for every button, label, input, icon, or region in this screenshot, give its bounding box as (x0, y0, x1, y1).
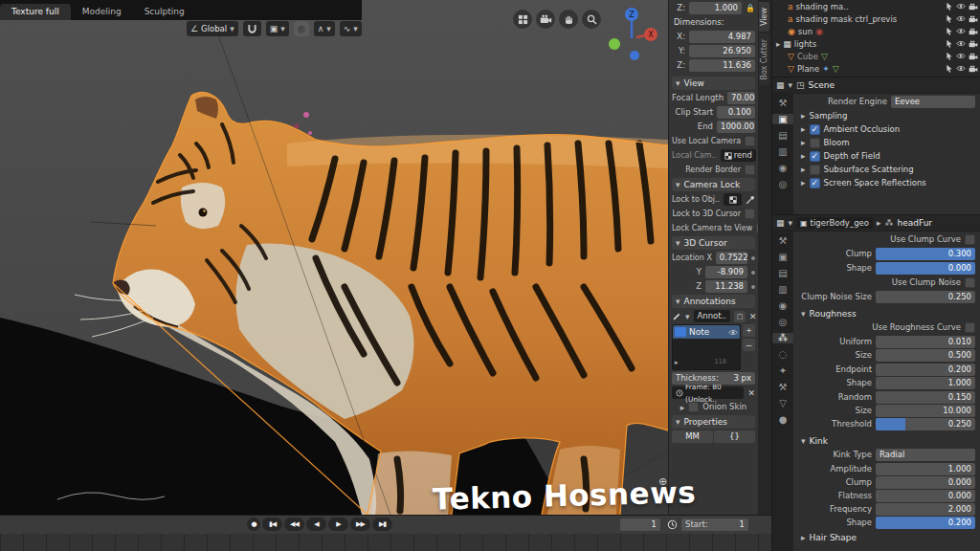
pan-view-button[interactable] (559, 10, 578, 29)
camera-view-button[interactable] (536, 10, 555, 29)
local-camera-field[interactable]: rend (721, 149, 756, 162)
workspace-tab-modeling[interactable]: Modeling (71, 4, 133, 20)
kink-shape-slider[interactable]: 0.200 (876, 517, 975, 529)
roughness-random-field[interactable]: 0.150 (876, 391, 975, 404)
duplicate-icon[interactable]: ▢ (734, 311, 746, 322)
physics-tab-icon[interactable]: ◌ (779, 349, 788, 360)
hair-shape-section-header[interactable]: Hair Shape (801, 533, 980, 542)
annotation-name-field[interactable]: Annot.. (694, 310, 731, 322)
kink-frequency-field[interactable]: 2.000 (876, 503, 975, 516)
frame-start-field[interactable]: Start:1 (681, 518, 748, 531)
outliner-row[interactable]: ▽ Plane ✦ ▽ (772, 62, 980, 75)
lock-to-object-field[interactable] (724, 193, 742, 206)
sidebar-tab-view[interactable]: View (759, 2, 769, 32)
selectable-icon[interactable] (946, 39, 953, 48)
animate-dot-icon[interactable] (751, 256, 755, 260)
editor-type-icon[interactable]: ▦ (776, 218, 785, 228)
close-icon[interactable]: ✕ (747, 388, 755, 398)
remove-layer-button[interactable]: − (743, 339, 755, 351)
outliner-row[interactable]: ◉ sun ◉ (772, 25, 980, 37)
snap-target-dropdown[interactable]: ▣ (266, 21, 289, 36)
particles-tab-icon[interactable]: ⁂ (772, 333, 793, 343)
eye-icon[interactable] (956, 3, 966, 10)
roughness-uniform-field[interactable]: 0.010 (876, 336, 975, 348)
editor-type-icon[interactable]: ▦ (776, 80, 785, 90)
eye-icon[interactable] (956, 28, 966, 34)
animate-dot-icon[interactable] (751, 285, 755, 289)
annotations-section-header[interactable]: Annotations (672, 295, 755, 308)
roughness-random-size-field[interactable]: 10.000 (876, 405, 975, 417)
outliner-row[interactable]: ▽ Cube ▽ (772, 50, 980, 62)
scene-tab-icon[interactable]: ◉ (779, 163, 788, 173)
render-border-checkbox[interactable] (745, 165, 755, 175)
focal-length-field[interactable]: 70.000 (727, 92, 755, 104)
clump-noise-size-field[interactable]: 0.250 (876, 291, 975, 303)
tool-tab-icon[interactable]: ⚒ (779, 98, 788, 108)
bloom-section[interactable]: Bloom (824, 137, 850, 149)
constraints-tab-icon[interactable]: ✦ (779, 365, 787, 376)
sidebar-tab-box-cutter[interactable]: Box Cutter (759, 33, 769, 86)
ambient-occlusion-checkbox[interactable] (810, 124, 820, 135)
material-tab-icon[interactable]: ● (779, 414, 788, 425)
snapping-toggle[interactable] (243, 21, 261, 36)
onion-skin-checkbox[interactable] (688, 402, 699, 412)
eye-icon[interactable] (956, 15, 966, 22)
navigation-gizmo[interactable]: Z X (605, 6, 662, 65)
record-button[interactable]: ● (247, 518, 260, 531)
camera-icon[interactable] (969, 28, 978, 35)
kink-flatness-field[interactable]: 0.000 (876, 490, 975, 502)
world-tab-icon[interactable]: ◎ (779, 317, 788, 327)
animate-dot-icon[interactable] (751, 271, 755, 275)
layer-color-swatch[interactable] (675, 327, 686, 337)
expand-icon[interactable] (801, 165, 806, 174)
prev-keyframe-button[interactable]: ◀◀ (284, 518, 304, 531)
sampling-section[interactable]: Sampling (810, 110, 848, 122)
tool-tab-icon[interactable]: ⚒ (779, 235, 788, 246)
eye-icon[interactable] (956, 53, 966, 59)
use-roughness-curve-checkbox[interactable] (965, 322, 975, 333)
3d-viewport[interactable]: Texture full Modeling Sculpting ∠ Global… (0, 0, 668, 515)
current-frame-field[interactable]: 1 (620, 518, 660, 531)
view-layer-tab-icon[interactable]: ▥ (778, 146, 787, 157)
depth-of-field-checkbox[interactable] (810, 151, 820, 162)
selectable-icon[interactable] (946, 2, 953, 11)
thickness-slider[interactable]: Thickness: 3 px (672, 372, 755, 385)
camera-icon[interactable] (969, 65, 978, 73)
roughness-threshold-slider[interactable]: 0.250 (876, 418, 975, 430)
expand-icon[interactable] (680, 403, 685, 412)
camera-lock-section-header[interactable]: Camera Lock (672, 178, 755, 191)
camera-icon[interactable] (969, 3, 978, 11)
transform-orientation-dropdown[interactable]: ∠ Global (187, 21, 238, 36)
camera-icon[interactable] (969, 53, 978, 60)
outliner-row[interactable]: ▦ lights (772, 37, 980, 50)
mm-button[interactable]: MM (672, 430, 713, 443)
data-tab-icon[interactable]: ▽ (779, 398, 787, 408)
subsurface-scattering-checkbox[interactable] (810, 165, 820, 175)
view-layer-tab-icon[interactable]: ▥ (778, 284, 787, 295)
play-button[interactable]: ▶ (328, 518, 348, 531)
clip-end-field[interactable]: 1000.00 (717, 121, 755, 133)
expand-icon[interactable] (801, 124, 806, 134)
close-icon[interactable]: ✕ (749, 312, 757, 321)
output-tab-icon[interactable]: ▤ (778, 130, 787, 141)
next-keyframe-button[interactable]: ▶▶ (350, 518, 370, 531)
scale-z-field[interactable]: 1.000 (689, 2, 742, 14)
output-tab-icon[interactable]: ▤ (778, 268, 787, 278)
camera-icon[interactable] (969, 40, 978, 48)
screen-space-reflections-checkbox[interactable] (810, 178, 820, 188)
roughness-section-header[interactable]: Roughness (801, 309, 980, 319)
clump-shape-slider[interactable]: 0.000 (876, 262, 975, 275)
pencil-icon[interactable] (672, 312, 681, 321)
subsurface-scattering-section[interactable]: Subsurface Scattering (824, 164, 914, 176)
use-local-camera-checkbox[interactable] (745, 136, 755, 146)
selectable-icon[interactable] (946, 64, 953, 73)
object-breadcrumb[interactable]: ▣ tigerBody_geo (796, 217, 873, 229)
use-clump-noise-checkbox[interactable] (965, 277, 975, 288)
kink-amplitude-field[interactable]: 1.000 (876, 463, 975, 475)
use-clump-curve-checkbox[interactable] (965, 234, 975, 245)
roughness-uniform-size-field[interactable]: 0.500 (876, 349, 975, 362)
jump-to-start-button[interactable]: ▮◀ (262, 518, 282, 531)
annotation-layer-list[interactable]: Note 118 (672, 324, 741, 370)
cursor-y-field[interactable]: -8.909 (705, 266, 747, 278)
cursor-x-field[interactable]: 0.7522 (716, 252, 747, 264)
